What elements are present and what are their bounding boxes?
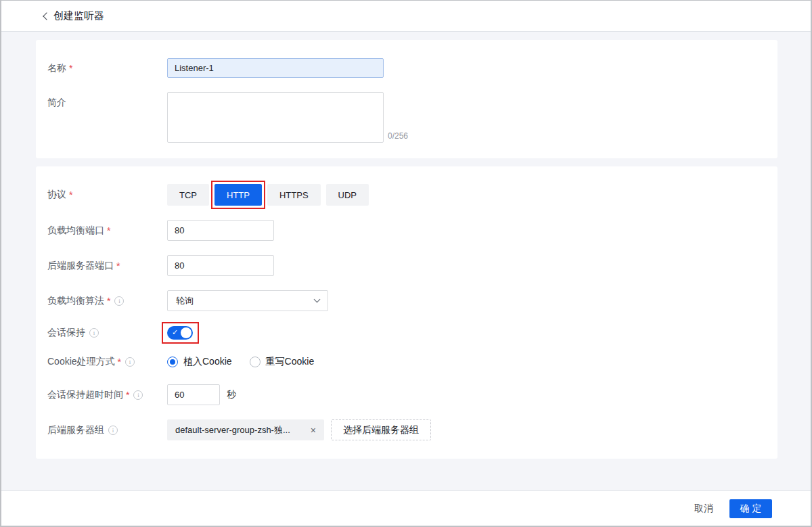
description-label: 简介 <box>47 92 167 109</box>
server-group-tag-text: default-server-group-zsh-独... <box>175 424 290 436</box>
algorithm-select[interactable]: 轮询 <box>167 290 328 311</box>
protocol-label: 协议 * <box>47 189 167 201</box>
backend-port-label: 后端服务器端口 * <box>47 260 167 272</box>
close-icon[interactable]: × <box>311 425 316 436</box>
required-mark: * <box>116 260 120 271</box>
app-window: 创建监听器 名称 * 简介 0/256 <box>0 0 812 527</box>
info-icon[interactable]: i <box>89 328 99 338</box>
protocol-button-group: TCP HTTP HTTPS UDP <box>167 184 374 206</box>
protocol-option-http[interactable]: HTTP <box>215 184 262 206</box>
chevron-left-icon <box>43 12 50 20</box>
required-mark: * <box>107 296 110 306</box>
session-persistence-toggle[interactable]: ✓ <box>167 326 193 340</box>
info-icon[interactable]: i <box>125 357 135 367</box>
required-mark: * <box>69 63 72 74</box>
server-group-label: 后端服务器组 i <box>47 424 167 436</box>
backend-port-row: 后端服务器端口 * <box>47 255 764 276</box>
algorithm-label: 负载均衡算法 * i <box>47 295 167 307</box>
required-mark: * <box>118 357 121 367</box>
session-timeout-row: 会话保持超时时间 * i 秒 <box>47 384 764 405</box>
info-icon[interactable]: i <box>108 426 118 435</box>
lb-port-row: 负载均衡端口 * <box>47 220 764 241</box>
page-header: 创建监听器 <box>1 1 811 32</box>
select-server-group-button[interactable]: 选择后端服务器组 <box>331 419 431 440</box>
page-content: 名称 * 简介 0/256 协议 * <box>1 32 811 490</box>
backend-port-input[interactable] <box>167 255 274 276</box>
info-icon[interactable]: i <box>114 296 124 306</box>
info-icon[interactable]: i <box>133 390 143 400</box>
server-group-controls: default-server-group-zsh-独... × 选择后端服务器组 <box>167 419 431 440</box>
name-row: 名称 * <box>47 58 764 78</box>
algorithm-selected-value: 轮询 <box>176 295 194 307</box>
page-title: 创建监听器 <box>53 9 104 22</box>
description-row: 简介 0/256 <box>47 92 764 143</box>
session-timeout-input[interactable] <box>167 384 220 405</box>
radio-insert-cookie[interactable]: 植入Cookie <box>167 356 232 368</box>
toggle-knob <box>181 327 191 338</box>
char-counter: 0/256 <box>388 131 408 141</box>
server-group-row: 后端服务器组 i default-server-group-zsh-独... ×… <box>47 419 764 440</box>
cookie-mode-radio-group: 植入Cookie 重写Cookie <box>167 356 314 368</box>
lb-port-input[interactable] <box>167 220 274 241</box>
toggle-annotated: ✓ <box>167 326 193 340</box>
chevron-down-icon <box>314 296 321 303</box>
timeout-unit-label: 秒 <box>227 389 236 401</box>
required-mark: * <box>69 189 72 200</box>
protocol-option-udp[interactable]: UDP <box>326 184 369 206</box>
radio-selected-icon <box>167 357 178 367</box>
description-textarea[interactable] <box>167 92 384 143</box>
server-group-tag: default-server-group-zsh-独... × <box>167 419 324 440</box>
basic-info-card: 名称 * 简介 0/256 <box>36 40 777 158</box>
session-persistence-row: 会话保持 i ✓ <box>47 325 764 340</box>
description-wrap: 0/256 <box>167 92 408 143</box>
name-label: 名称 * <box>47 62 167 74</box>
lb-port-label: 负载均衡端口 * <box>47 225 167 237</box>
radio-unselected-icon <box>250 357 261 367</box>
listener-settings-card: 协议 * TCP HTTP HTTPS UDP 负载均衡端口 * <box>36 166 777 459</box>
back-button[interactable] <box>40 11 51 22</box>
session-persistence-label: 会话保持 i <box>47 327 167 339</box>
protocol-option-https[interactable]: HTTPS <box>267 184 321 206</box>
cancel-button[interactable]: 取消 <box>694 503 713 515</box>
protocol-option-tcp[interactable]: TCP <box>167 184 209 206</box>
cookie-mode-row: Cookie处理方式 * i 植入Cookie 重写Cookie <box>47 354 764 369</box>
footer-bar: 取消 确定 <box>1 490 811 526</box>
check-icon: ✓ <box>172 329 178 336</box>
protocol-row: 协议 * TCP HTTP HTTPS UDP <box>47 184 764 206</box>
cookie-mode-label: Cookie处理方式 * i <box>47 356 167 368</box>
session-timeout-label: 会话保持超时时间 * i <box>47 389 167 401</box>
protocol-http-annotated: HTTP <box>215 184 267 206</box>
required-mark: * <box>126 390 129 400</box>
confirm-button[interactable]: 确定 <box>729 499 772 518</box>
radio-rewrite-cookie[interactable]: 重写Cookie <box>250 356 315 368</box>
name-input[interactable] <box>167 58 384 78</box>
algorithm-row: 负载均衡算法 * i 轮询 <box>47 290 764 311</box>
required-mark: * <box>107 225 110 236</box>
